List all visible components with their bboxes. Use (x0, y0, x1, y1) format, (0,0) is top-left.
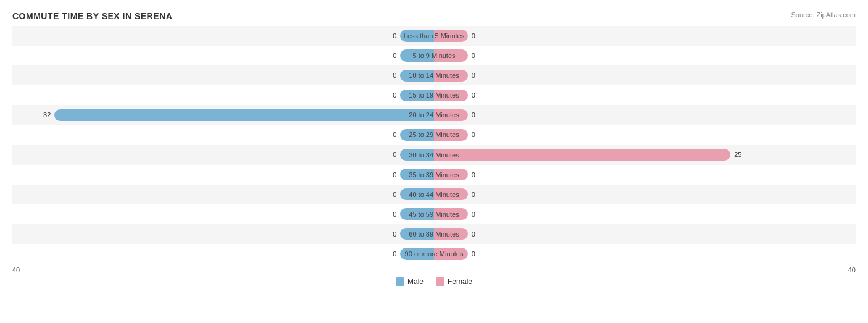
female-bar: 0 (434, 129, 468, 141)
right-section: 0 (434, 224, 856, 244)
female-value: 0 (468, 230, 475, 238)
left-section: 32 (12, 105, 434, 125)
right-section: 0 (434, 165, 856, 185)
right-section: 0 (434, 65, 856, 85)
male-value: 0 (393, 131, 400, 138)
female-value: 25 (730, 151, 741, 158)
left-section: 0 (12, 85, 434, 105)
bar-row: 3220 to 24 Minutes0 (12, 105, 856, 125)
male-value: 0 (393, 91, 400, 99)
male-value: 0 (393, 151, 400, 158)
bar-row: 090 or more Minutes0 (12, 244, 856, 264)
male-bar: 0 (400, 188, 434, 200)
bar-row: 025 to 29 Minutes0 (12, 125, 856, 145)
left-section: 0 (12, 26, 434, 46)
legend-female-box (436, 277, 444, 286)
male-bar: 0 (400, 70, 434, 82)
female-bar: 0 (434, 90, 468, 101)
female-value: 0 (468, 171, 475, 178)
left-section: 0 (12, 125, 434, 145)
axis-left-label: 40 (12, 266, 20, 274)
female-bar: 0 (434, 228, 468, 240)
male-value: 32 (43, 111, 54, 119)
male-value: 0 (393, 250, 400, 258)
female-bar: 0 (434, 49, 468, 61)
male-bar: 0 (400, 49, 434, 61)
left-section: 0 (12, 204, 434, 224)
male-bar: 32 (54, 109, 434, 121)
male-bar: 0 (400, 248, 434, 259)
right-section: 0 (434, 204, 856, 224)
right-section: 0 (434, 125, 856, 145)
right-section: 0 (434, 244, 856, 264)
left-section: 0 (12, 145, 434, 164)
female-bar: 0 (434, 70, 468, 82)
female-bar: 0 (434, 208, 468, 220)
bar-row: 0Less than 5 Minutes0 (12, 26, 856, 46)
left-section: 0 (12, 65, 434, 85)
female-value: 0 (468, 191, 475, 198)
rows-container: 0Less than 5 Minutes005 to 9 Minutes0010… (12, 26, 856, 264)
female-bar: 0 (434, 169, 468, 180)
female-value: 0 (468, 72, 475, 79)
male-bar: 0 (400, 149, 434, 161)
male-value: 0 (393, 32, 400, 40)
left-section: 0 (12, 224, 434, 244)
chart-container: COMMUTE TIME BY SEX IN SERENA Source: Zi… (0, 0, 868, 323)
male-value: 0 (393, 72, 400, 79)
bar-row: 045 to 59 Minutes0 (12, 204, 856, 224)
female-value: 0 (468, 111, 475, 119)
right-section: 0 (434, 85, 856, 105)
female-bar: 0 (434, 248, 468, 259)
left-section: 0 (12, 185, 434, 204)
female-value: 0 (468, 131, 475, 138)
right-section: 0 (434, 105, 856, 125)
bar-row: 015 to 19 Minutes0 (12, 85, 856, 105)
male-bar: 0 (400, 129, 434, 141)
male-value: 0 (393, 171, 400, 178)
axis-labels: 40 40 (12, 266, 856, 274)
male-bar: 0 (400, 208, 434, 220)
chart-area: 0Less than 5 Minutes005 to 9 Minutes0010… (12, 26, 856, 282)
female-bar: 0 (434, 188, 468, 200)
male-bar: 0 (400, 228, 434, 240)
right-section: 0 (434, 46, 856, 65)
chart-title: COMMUTE TIME BY SEX IN SERENA (12, 11, 856, 21)
left-section: 0 (12, 165, 434, 185)
female-value: 0 (468, 211, 475, 218)
legend-male-label: Male (407, 277, 424, 286)
axis-right-label: 40 (848, 266, 856, 274)
male-bar: 0 (400, 30, 434, 41)
right-section: 0 (434, 185, 856, 204)
male-value: 0 (393, 230, 400, 238)
legend: Male Female (12, 277, 856, 286)
bar-row: 030 to 34 Minutes25 (12, 145, 856, 164)
bar-row: 010 to 14 Minutes0 (12, 65, 856, 85)
female-value: 0 (468, 250, 475, 258)
male-bar: 0 (400, 169, 434, 180)
bar-row: 05 to 9 Minutes0 (12, 46, 856, 65)
bar-row: 035 to 39 Minutes0 (12, 165, 856, 185)
male-value: 0 (393, 211, 400, 218)
source-label: Source: ZipAtlas.com (791, 11, 856, 19)
bar-row: 060 to 89 Minutes0 (12, 224, 856, 244)
legend-female-label: Female (448, 277, 472, 286)
right-section: 0 (434, 26, 856, 46)
female-value: 0 (468, 91, 475, 99)
female-bar: 0 (434, 109, 468, 121)
female-bar: 0 (434, 30, 468, 41)
bar-row: 040 to 44 Minutes0 (12, 185, 856, 204)
legend-male: Male (396, 277, 424, 286)
male-bar: 0 (400, 90, 434, 101)
left-section: 0 (12, 46, 434, 65)
female-value: 0 (468, 52, 475, 59)
female-bar: 25 (434, 149, 730, 161)
male-value: 0 (393, 191, 400, 198)
legend-male-box (396, 277, 404, 286)
female-value: 0 (468, 32, 475, 40)
right-section: 25 (434, 145, 856, 164)
left-section: 0 (12, 244, 434, 264)
legend-female: Female (436, 277, 472, 286)
male-value: 0 (393, 52, 400, 59)
